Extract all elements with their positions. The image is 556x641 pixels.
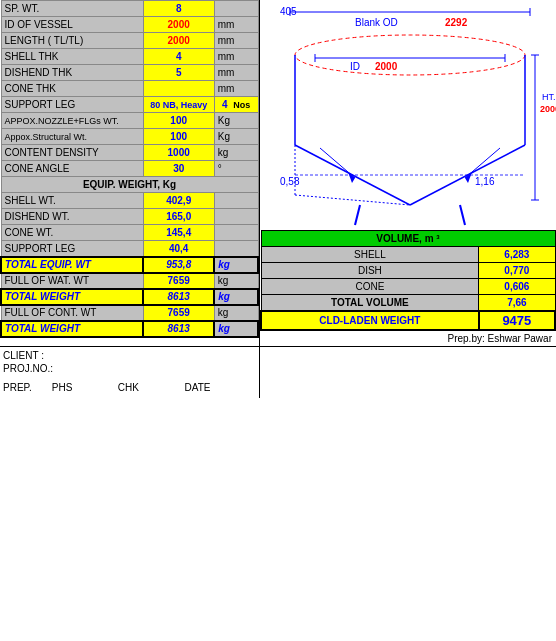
shell-volume-value: 6,283 — [479, 247, 555, 263]
chk-label: CHK — [118, 382, 139, 393]
shell-thk-label: SHELL THK — [1, 49, 143, 65]
appox-structural-label: Appox.Structural Wt. — [1, 129, 143, 145]
dish-volume-row: DISH 0,770 — [261, 263, 555, 279]
shell-volume-label: SHELL — [261, 247, 479, 263]
svg-text:ID: ID — [350, 61, 360, 72]
length-label: LENGTH ( TL/TL) — [1, 33, 143, 49]
full-of-cont-label: FULL OF CONT. WT — [1, 305, 143, 321]
support-leg-nos: 4 Nos — [214, 97, 258, 113]
total-volume-label: TOTAL VOLUME — [261, 295, 479, 311]
total-weight2-row: TOTAL WEIGHT 8613 kg — [1, 321, 258, 337]
client-row: CLIENT : — [3, 350, 256, 361]
shell-wt-label: SHELL WT. — [1, 193, 143, 209]
support-leg-value: 80 NB, Heavy — [143, 97, 214, 113]
cone-volume-label: CONE — [261, 279, 479, 295]
sp-wt-unit — [214, 1, 258, 17]
support-leg-wt-row: SUPPORT LEG 40,4 — [1, 241, 258, 257]
cone-angle-row: CONE ANGLE 30 ° — [1, 161, 258, 177]
date-label: DATE — [185, 382, 211, 393]
table-row: SP. WT. 8 — [1, 1, 258, 17]
cone-volume-value: 0,606 — [479, 279, 555, 295]
total-volume-value: 7,66 — [479, 295, 555, 311]
total-volume-row: TOTAL VOLUME 7,66 — [261, 295, 555, 311]
svg-text:405: 405 — [280, 6, 297, 17]
shell-wt-unit — [214, 193, 258, 209]
cone-angle-label: CONE ANGLE — [1, 161, 143, 177]
total-weight1-label: TOTAL WEIGHT — [1, 289, 143, 305]
dishend-thk-unit: mm — [214, 65, 258, 81]
sp-wt-label: SP. WT. — [1, 1, 143, 17]
total-weight1-unit: kg — [214, 289, 258, 305]
id-vessel-unit: mm — [214, 17, 258, 33]
client-block: CLIENT : PROJ.NO.: PREP. PHS CHK DATE — [0, 347, 260, 398]
client-label: CLIENT : — [3, 350, 44, 361]
proj-label: PROJ.NO.: — [3, 363, 53, 374]
volume-table: VOLUME, m ³ SHELL 6,283 DISH 0,770 CONE … — [260, 230, 556, 331]
shell-wt-row: SHELL WT. 402,9 — [1, 193, 258, 209]
dishend-wt-unit — [214, 209, 258, 225]
input-table: SP. WT. 8 ID OF VESSEL 2000 mm LENGTH ( … — [0, 0, 259, 338]
support-leg-wt-label: SUPPORT LEG — [1, 241, 143, 257]
appox-structural-row: Appox.Structural Wt. 100 Kg — [1, 129, 258, 145]
table-row: CONE THK mm — [1, 81, 258, 97]
dishend-thk-label: DISHEND THK — [1, 65, 143, 81]
svg-text:HT.: HT. — [542, 92, 556, 102]
shell-volume-row: SHELL 6,283 — [261, 247, 555, 263]
table-row: LENGTH ( TL/TL) 2000 mm — [1, 33, 258, 49]
support-leg-wt-unit — [214, 241, 258, 257]
appox-nozzle-unit: Kg — [214, 113, 258, 129]
cone-thk-label: CONE THK — [1, 81, 143, 97]
dishend-wt-label: DISHEND WT. — [1, 209, 143, 225]
cone-thk-value — [143, 81, 214, 97]
id-vessel-label: ID OF VESSEL — [1, 17, 143, 33]
cone-wt-label: CONE WT. — [1, 225, 143, 241]
appox-nozzle-row: APPOX.NOZZLE+FLGs WT. 100 Kg — [1, 113, 258, 129]
dish-volume-value: 0,770 — [479, 263, 555, 279]
dish-volume-label: DISH — [261, 263, 479, 279]
total-weight2-value: 8613 — [143, 321, 214, 337]
total-weight2-label: TOTAL WEIGHT — [1, 321, 143, 337]
length-value: 2000 — [143, 33, 214, 49]
cone-angle-unit: ° — [214, 161, 258, 177]
svg-line-30 — [355, 205, 360, 225]
cone-wt-row: CONE WT. 145,4 — [1, 225, 258, 241]
svg-text:1,16: 1,16 — [475, 176, 495, 187]
svg-text:2000: 2000 — [540, 104, 556, 114]
svg-text:0,58: 0,58 — [280, 176, 300, 187]
svg-point-6 — [295, 35, 525, 75]
full-of-wat-unit: kg — [214, 273, 258, 289]
shell-wt-value: 402,9 — [143, 193, 214, 209]
vessel-diagram: 405 Blank OD 2292 ID 2000 HT. — [260, 0, 556, 230]
total-equip-value: 953,8 — [143, 257, 214, 273]
bottom-section: CLIENT : PROJ.NO.: PREP. PHS CHK DATE — [0, 346, 556, 398]
equip-header-row: EQUIP. WEIGHT, Kg — [1, 177, 258, 193]
appox-structural-unit: Kg — [214, 129, 258, 145]
cone-wt-value: 145,4 — [143, 225, 214, 241]
total-equip-unit: kg — [214, 257, 258, 273]
svg-text:2000: 2000 — [375, 61, 398, 72]
sp-wt-value: 8 — [143, 1, 214, 17]
total-equip-row: TOTAL EQUIP. WT 953,8 kg — [1, 257, 258, 273]
cld-laden-row: CLD-LADEN WEIGHT 9475 — [261, 311, 555, 330]
diagram-area: 405 Blank OD 2292 ID 2000 HT. — [260, 0, 556, 230]
cld-laden-value: 9475 — [479, 311, 555, 330]
full-of-wat-label: FULL OF WAT. WT — [1, 273, 143, 289]
content-density-label: CONTENT DENSITY — [1, 145, 143, 161]
appox-nozzle-value: 100 — [143, 113, 214, 129]
prep-value: PHS — [52, 382, 73, 393]
shell-thk-unit: mm — [214, 49, 258, 65]
table-row: DISHEND THK 5 mm — [1, 65, 258, 81]
table-row: SHELL THK 4 mm — [1, 49, 258, 65]
proj-row: PROJ.NO.: — [3, 363, 256, 374]
dishend-wt-row: DISHEND WT. 165,0 — [1, 209, 258, 225]
svg-text:2292: 2292 — [445, 17, 468, 28]
content-density-row: CONTENT DENSITY 1000 kg — [1, 145, 258, 161]
appox-nozzle-label: APPOX.NOZZLE+FLGs WT. — [1, 113, 143, 129]
total-weight1-value: 8613 — [143, 289, 214, 305]
volume-header: VOLUME, m ³ — [261, 231, 555, 247]
full-of-cont-value: 7659 — [143, 305, 214, 321]
content-density-unit: kg — [214, 145, 258, 161]
appox-structural-value: 100 — [143, 129, 214, 145]
support-leg-row: SUPPORT LEG 80 NB, Heavy 4 Nos — [1, 97, 258, 113]
dishend-thk-value: 5 — [143, 65, 214, 81]
